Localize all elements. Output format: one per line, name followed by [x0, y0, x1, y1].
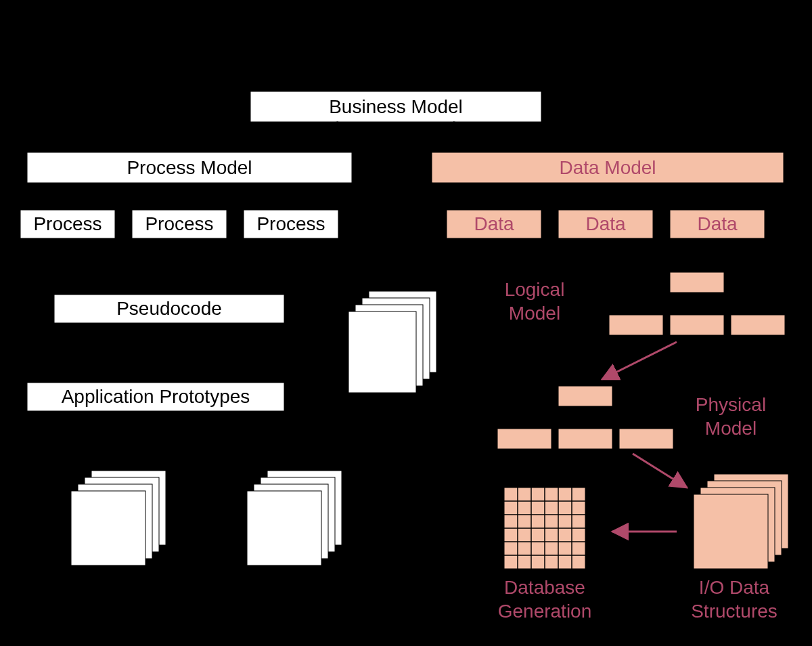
- app-programs-label-l2: Programs: [250, 597, 332, 618]
- physical-model-tree-icon: [497, 386, 673, 449]
- requirements-document-icon: [348, 291, 436, 393]
- database-generation-icon: [504, 488, 585, 569]
- arrow-to-requirements: [369, 183, 396, 290]
- application-programs-icon: [247, 471, 342, 565]
- diagram-canvas: Business Model Integration Business Mode…: [0, 0, 812, 646]
- svg-rect-29: [619, 429, 673, 449]
- svg-rect-11: [247, 491, 321, 565]
- svg-rect-7: [71, 491, 145, 565]
- business-model-label: Business Model: [329, 96, 463, 117]
- line-to-requirements: [405, 183, 433, 273]
- pseudocode-label: Pseudocode: [116, 298, 222, 319]
- io-label-l2: Structures: [691, 601, 777, 622]
- logical-model-tree-icon: [609, 272, 785, 335]
- arrow-physical-to-io: [633, 454, 687, 488]
- logical-model-label-l2: Model: [509, 303, 560, 324]
- svg-rect-27: [497, 429, 551, 449]
- edge-bm-to-process: [176, 122, 338, 152]
- svg-rect-33: [694, 494, 768, 569]
- data-label-1: Data: [474, 213, 514, 234]
- process-label-1: Process: [33, 213, 102, 234]
- diagram-title: Business Model Integration: [247, 25, 565, 53]
- data-model-label: Data Model: [559, 157, 656, 178]
- user-view-panels-icon: [71, 471, 166, 565]
- data-label-2: Data: [585, 213, 626, 234]
- svg-rect-28: [558, 429, 612, 449]
- arrow-pseudo-to-proto: [159, 325, 169, 376]
- logical-model-label-l1: Logical: [505, 279, 565, 300]
- process-model-label: Process Model: [127, 157, 252, 178]
- svg-rect-18: [609, 315, 663, 335]
- application-prototypes-label: Application Prototypes: [62, 386, 250, 407]
- requirements-label-l1: Requirements: [327, 397, 445, 418]
- user-view-label-l1: User: [95, 574, 135, 595]
- arrow-p2-pseudo: [169, 240, 179, 288]
- user-view-label-l2: View Panels: [63, 597, 167, 618]
- svg-rect-19: [670, 315, 724, 335]
- arrow-proto-to-views: [115, 413, 135, 469]
- arrow-logical-to-physical: [602, 342, 677, 379]
- edge-bm-to-data: [453, 122, 589, 152]
- db-gen-label-l2: Generation: [498, 601, 592, 622]
- data-label-3: Data: [697, 213, 738, 234]
- io-data-structures-icon: [694, 474, 788, 569]
- physical-model-label-l1: Physical: [696, 394, 766, 415]
- svg-rect-3: [348, 311, 416, 393]
- svg-rect-21: [558, 386, 612, 406]
- svg-rect-12: [670, 272, 724, 293]
- db-gen-label-l1: Database: [504, 577, 585, 598]
- arrow-p3-pseudo: [227, 240, 284, 288]
- requirements-label-l2: Document: [342, 421, 429, 442]
- io-label-l1: I/O Data: [699, 577, 770, 598]
- process-label-2: Process: [145, 213, 213, 234]
- app-programs-label-l1: Application: [245, 574, 338, 595]
- arrow-p1-pseudo: [68, 240, 115, 288]
- physical-model-label-l2: Model: [705, 418, 757, 439]
- process-label-3: Process: [256, 213, 325, 234]
- svg-rect-20: [731, 315, 785, 335]
